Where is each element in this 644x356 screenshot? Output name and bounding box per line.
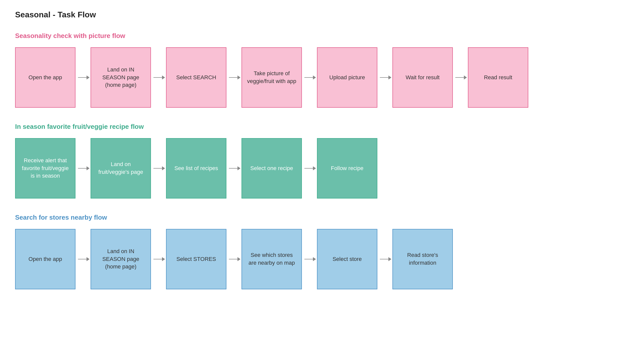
- arrow-2-3: [226, 259, 242, 259]
- flow-box-1-2: See list of recipes: [166, 138, 226, 199]
- flow-box-2-5: Read store's information: [392, 229, 453, 289]
- arrow-1-2: [151, 168, 166, 169]
- flow-box-0-6: Read result: [468, 47, 528, 108]
- flow-section-recipe-flow: In season favorite fruit/veggie recipe f…: [15, 123, 629, 199]
- arrow-1-3: [226, 168, 242, 169]
- flow-section-stores-flow: Search for stores nearby flowOpen the ap…: [15, 214, 629, 289]
- arrow-2-2: [151, 259, 166, 259]
- flow-row-2: Open the appLand on IN SEASON page (home…: [15, 229, 629, 289]
- flow-label-1: In season favorite fruit/veggie recipe f…: [15, 123, 629, 131]
- arrow-1-4: [302, 168, 317, 169]
- arrow-2-5: [377, 259, 392, 259]
- flow-box-2-2: Select STORES: [166, 229, 226, 289]
- arrow-0-6: [453, 77, 468, 78]
- flow-box-2-1: Land on IN SEASON page (home page): [91, 229, 151, 289]
- flow-box-2-0: Open the app: [15, 229, 75, 289]
- flow-box-1-3: Select one recipe: [242, 138, 302, 199]
- flow-box-0-3: Take picture of veggie/fruit with app: [242, 47, 302, 108]
- arrow-0-3: [226, 77, 242, 78]
- page-title: Seasonal - Task Flow: [15, 10, 629, 19]
- flow-box-2-4: Select store: [317, 229, 377, 289]
- arrow-0-5: [377, 77, 392, 78]
- flow-box-1-4: Follow recipe: [317, 138, 377, 199]
- arrow-0-1: [75, 77, 91, 78]
- arrow-0-4: [302, 77, 317, 78]
- flow-section-seasonality-flow: Seasonality check with picture flowOpen …: [15, 32, 629, 108]
- arrow-0-2: [151, 77, 166, 78]
- flow-box-0-2: Select SEARCH: [166, 47, 226, 108]
- flow-box-0-0: Open the app: [15, 47, 75, 108]
- flow-box-2-3: See which stores are nearby on map: [242, 229, 302, 289]
- arrow-1-1: [75, 168, 91, 169]
- flow-box-1-0: Receive alert that favorite fruit/veggie…: [15, 138, 75, 199]
- flow-row-0: Open the appLand on IN SEASON page (home…: [15, 47, 629, 108]
- flow-box-1-1: Land on fruit/veggie's page: [91, 138, 151, 199]
- flow-row-1: Receive alert that favorite fruit/veggie…: [15, 138, 629, 199]
- flow-label-2: Search for stores nearby flow: [15, 214, 629, 221]
- flow-box-0-4: Upload picture: [317, 47, 377, 108]
- arrow-2-1: [75, 259, 91, 259]
- flow-box-0-5: Wait for result: [392, 47, 453, 108]
- flow-box-0-1: Land on IN SEASON page (home page): [91, 47, 151, 108]
- flow-label-0: Seasonality check with picture flow: [15, 32, 629, 40]
- arrow-2-4: [302, 259, 317, 259]
